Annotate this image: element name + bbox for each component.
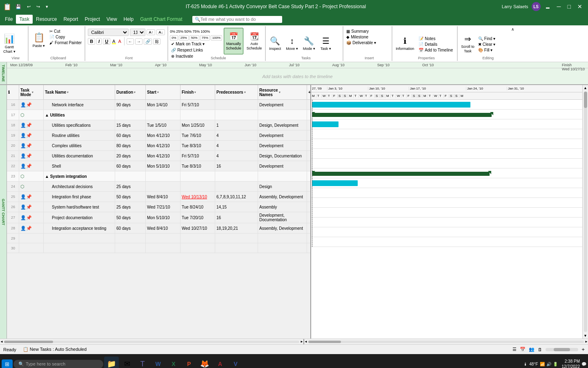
th-task-mode[interactable]: TaskMode ▾: [19, 85, 44, 99]
italic-button[interactable]: I: [96, 38, 102, 45]
taskbar-word[interactable]: W: [151, 357, 165, 368]
pct-25-button[interactable]: 25%: [179, 35, 189, 40]
taskbar-firefox[interactable]: 🦊: [197, 357, 212, 368]
menu-task[interactable]: Task: [16, 15, 33, 24]
th-finish[interactable]: Finish ▾: [180, 85, 215, 99]
deliverable-button[interactable]: 📦 Deliverable ▾: [345, 40, 390, 45]
menu-gantt-chart-format[interactable]: Gantt Chart Format: [137, 15, 185, 24]
increase-font-button[interactable]: A↑: [147, 29, 155, 35]
taskbar-access[interactable]: A: [213, 357, 227, 368]
bold-button[interactable]: B: [88, 38, 95, 45]
taskbar-mail[interactable]: ✉: [120, 357, 134, 368]
pct-100-button[interactable]: 100%: [211, 35, 222, 40]
table-row: 30: [7, 243, 310, 253]
start-button[interactable]: ⊞: [2, 359, 13, 368]
resource-view-button[interactable]: 👥: [529, 347, 535, 352]
taskbar-explorer[interactable]: 📁: [104, 357, 119, 368]
auto-schedule-button[interactable]: 📆 AutoSchedule: [245, 28, 264, 54]
information-button[interactable]: ℹ Information: [394, 30, 416, 57]
vertical-scrollbar[interactable]: ▲ ▼: [582, 85, 588, 339]
h-scroll-gantt[interactable]: ◄ ►: [304, 339, 588, 344]
indent-button[interactable]: →: [135, 38, 143, 45]
menu-view[interactable]: View: [103, 15, 120, 24]
maximize-button[interactable]: □: [565, 2, 573, 11]
gantt-view-button[interactable]: ☰: [512, 347, 517, 352]
minimize-button[interactable]: ─: [555, 2, 564, 11]
th-resource-names[interactable]: ResourceNames ▾: [258, 85, 307, 99]
task-button[interactable]: ☰ Task ▾: [318, 30, 333, 57]
decrease-font-button[interactable]: A↓: [156, 29, 165, 35]
pct-0-button[interactable]: 0%: [170, 35, 178, 40]
h-scroll-left-button[interactable]: ◄: [0, 340, 3, 343]
font-color-button[interactable]: A: [117, 38, 122, 44]
h-scroll-task-table[interactable]: ◄ ►: [0, 339, 304, 344]
th-task-name[interactable]: Task Name ▾: [44, 85, 115, 99]
mark-on-track-button[interactable]: ✔ Mark on Track ▾: [170, 41, 222, 47]
scroll-to-task-button[interactable]: ⇒ Scroll toTask: [459, 30, 476, 57]
font-size-select[interactable]: 11: [130, 29, 145, 36]
ribbon-collapse-arrow[interactable]: ∧: [511, 27, 514, 31]
zoom-in-button[interactable]: +: [581, 346, 585, 352]
undo-button[interactable]: ↩: [25, 3, 32, 10]
unlink-button[interactable]: ⛓: [153, 38, 160, 45]
taskbar-teams[interactable]: T: [135, 357, 150, 368]
taskbar-search[interactable]: 🔍 Type here to search: [13, 360, 103, 368]
taskbar-visio[interactable]: V: [228, 357, 243, 368]
fill-button[interactable]: 🎨 Fill ▾: [477, 47, 497, 53]
pct-75-button[interactable]: 75%: [200, 35, 210, 40]
move-button[interactable]: ↕ Move ▾: [284, 30, 300, 57]
outdent-button[interactable]: ←: [127, 38, 134, 45]
highlight-color-button[interactable]: A: [111, 38, 116, 44]
search-input[interactable]: [200, 17, 280, 22]
clear-button[interactable]: ✖ Clear ▾: [477, 42, 497, 47]
team-planner-button[interactable]: 🗓: [538, 347, 542, 352]
inspect-button[interactable]: 🔍 Inspect: [267, 30, 283, 57]
ribbon-collapse-button[interactable]: 🗕: [542, 2, 553, 11]
summary-button[interactable]: ▦ Summary: [345, 29, 390, 34]
gantt-chart-button[interactable]: 📊 GanttChart ▾: [2, 30, 17, 57]
menu-resource[interactable]: Resource: [33, 15, 60, 24]
taskbar-excel[interactable]: X: [166, 357, 181, 368]
close-button[interactable]: ✕: [575, 2, 585, 11]
notes-button[interactable]: 📝 Notes: [417, 36, 454, 41]
menu-report[interactable]: Report: [60, 15, 81, 24]
taskbar-powerpoint[interactable]: P: [182, 357, 196, 368]
timeline-view-button[interactable]: 📅: [520, 347, 526, 352]
find-button[interactable]: 🔍 Find ▾: [477, 36, 497, 41]
paste-button[interactable]: 📋 Paste ▾: [30, 27, 47, 54]
mode-button[interactable]: 🔧 Mode ▾: [301, 30, 317, 57]
th-info[interactable]: ℹ: [7, 85, 19, 99]
time-cell-jan17: Jan 17, '10: [409, 87, 466, 90]
cut-button[interactable]: ✂ Cut: [48, 29, 83, 34]
h-scroll-gantt-right-button[interactable]: ►: [585, 340, 588, 343]
user-avatar[interactable]: LS: [532, 2, 541, 11]
tell-me-search[interactable]: 🔍: [192, 16, 282, 23]
font-name-select[interactable]: Calibri: [88, 29, 129, 36]
clock-display[interactable]: 2:38 PM 12/7/2022: [562, 359, 580, 368]
add-to-timeline-button[interactable]: 📅 Add to Timeline: [417, 47, 454, 53]
redo-button[interactable]: ↪: [35, 3, 42, 10]
respect-links-button[interactable]: 🔗 Respect Links: [170, 47, 222, 53]
scroll-up-button[interactable]: ▲: [583, 85, 588, 91]
th-duration[interactable]: Duration ▾: [115, 85, 146, 99]
th-start[interactable]: Start ▾: [146, 85, 180, 99]
th-add-column[interactable]: +: [307, 85, 311, 99]
menu-file[interactable]: File: [2, 15, 16, 24]
save-button[interactable]: 💾: [14, 3, 23, 10]
h-scroll-gantt-left-button[interactable]: ◄: [304, 340, 307, 343]
details-button[interactable]: 📄 Details: [417, 42, 454, 47]
milestone-button[interactable]: ◆ Milestone: [345, 34, 390, 40]
manually-schedule-button[interactable]: 📅 ManuallySchedule: [224, 28, 243, 54]
scroll-down-button[interactable]: ▼: [583, 333, 588, 339]
menu-help[interactable]: Help: [120, 15, 137, 24]
link-button[interactable]: 🔗: [144, 38, 152, 45]
customize-qat-button[interactable]: ▾: [44, 3, 50, 10]
format-painter-button[interactable]: 🖌 Format Painter: [48, 40, 83, 45]
pct-50-button[interactable]: 50%: [189, 35, 199, 40]
menu-project[interactable]: Project: [81, 15, 103, 24]
td-row-num: 17: [7, 110, 19, 120]
th-predecessors[interactable]: Predecessors ▾: [215, 85, 258, 99]
underline-button[interactable]: U: [103, 38, 110, 45]
h-scroll-right-button[interactable]: ►: [300, 340, 303, 343]
copy-button[interactable]: 📄 Copy: [48, 34, 83, 40]
